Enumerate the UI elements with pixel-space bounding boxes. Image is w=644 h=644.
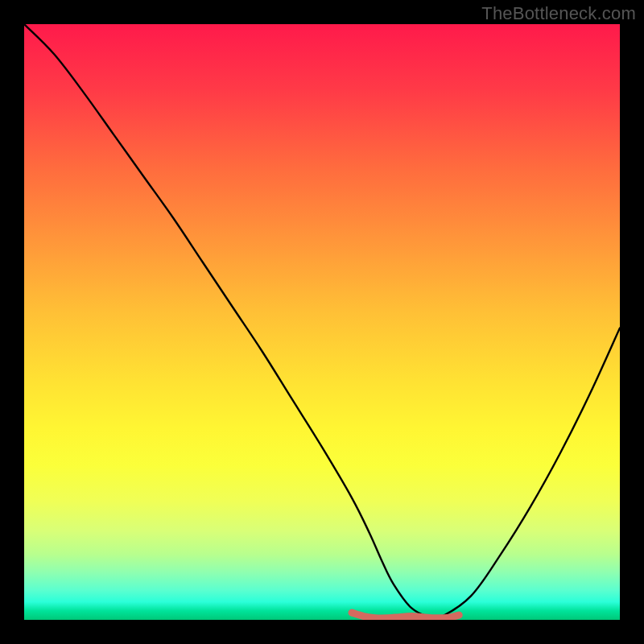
plot-area	[24, 24, 620, 620]
bottleneck-curve-path	[24, 24, 620, 619]
optimal-band-path	[352, 613, 459, 618]
chart-svg	[24, 24, 620, 620]
chart-frame: TheBottleneck.com	[0, 0, 644, 644]
watermark-text: TheBottleneck.com	[481, 3, 636, 24]
